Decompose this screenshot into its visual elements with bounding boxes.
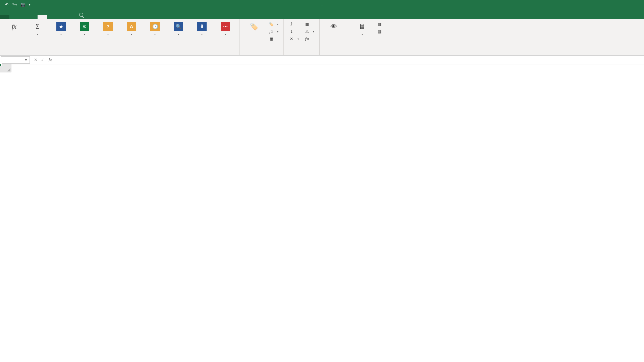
math-button[interactable]: θ [191,20,213,37]
tell-me-search[interactable] [75,11,89,19]
name-manager-button[interactable]: 🏷️ [243,20,265,34]
tab-file[interactable] [0,15,9,19]
more-functions-button[interactable]: ⋯ [214,20,237,37]
lookup-icon: 🔍 [173,21,184,32]
recent-button[interactable]: ★ [50,20,72,37]
tab-insert[interactable] [19,15,28,19]
financial-icon: € [79,21,90,32]
tab-layout[interactable] [28,15,38,19]
define-name-button[interactable]: 🏷️ [267,21,279,27]
show-formulas-button[interactable]: ▦ [303,21,315,27]
undo-icon[interactable]: ↶ [5,2,8,7]
logical-button[interactable]: ? [97,20,119,37]
select-all-corner[interactable] [0,64,11,72]
theta-icon: θ [197,21,207,32]
insert-function-button[interactable]: fx [3,20,25,34]
calc-sheet-icon: ▦ [377,29,382,34]
sigma-icon: Σ [32,21,43,32]
text-button[interactable]: A [120,20,143,37]
selection-icon: ▦ [268,36,274,42]
camera-icon[interactable]: 📷 [20,2,25,7]
watch-window-button[interactable]: 👁 [322,20,345,34]
formula-icon: ƒx [268,29,274,34]
fx-icon: fx [9,21,19,32]
chevron-down-icon[interactable]: ▼ [24,58,28,62]
create-from-selection-button[interactable]: ▦ [267,36,279,42]
tab-start[interactable] [9,15,19,19]
show-formulas-icon: ▦ [304,21,310,27]
group-calc-label [351,54,386,55]
error-icon: ⚠ [304,29,310,34]
calc-now-icon: ▦ [377,21,382,27]
clock-icon: 🕐 [150,21,160,32]
trace-dependents-button[interactable]: ⤵ [288,28,300,35]
lookup-button[interactable]: 🔍 [167,20,190,37]
datetime-button[interactable]: 🕐 [144,20,166,37]
tab-view[interactable] [66,15,75,19]
ribbon-tabs [0,9,644,19]
error-check-button[interactable]: ⚠ [303,28,315,35]
autosum-button[interactable]: Σ [26,20,49,37]
cancel-icon: ✕ [34,57,38,62]
title-bar: ↶ ↷▾ 📷 ▾ - [0,0,644,9]
remove-arrows-button[interactable]: ✕ [288,36,300,42]
calc-options-button[interactable]: 🖩 [351,20,374,37]
evaluate-formula-button[interactable]: ƒx [303,36,315,42]
calc-icon: 🖩 [357,21,368,32]
group-audit-label [286,54,317,55]
trace-prec-icon: ⤴ [289,21,294,27]
eval-icon: ƒx [304,36,310,42]
logical-icon: ? [103,21,113,32]
search-icon [79,13,83,17]
tab-data[interactable] [47,15,56,19]
define-icon: 🏷️ [268,21,274,27]
group-library-label [3,54,237,55]
fx-icon[interactable]: fx [49,57,55,63]
financial-button[interactable]: € [73,20,96,37]
calc-sheet-button[interactable]: ▦ [376,28,385,35]
tab-review[interactable] [56,15,66,19]
text-icon: A [126,21,137,32]
recent-icon: ★ [56,21,66,32]
use-in-formula-button: ƒx [267,28,279,35]
calc-now-button[interactable]: ▦ [376,21,385,27]
trace-dep-icon: ⤵ [289,29,294,34]
tag-icon: 🏷️ [249,21,259,32]
formula-input[interactable] [55,56,644,64]
qat-customize-icon[interactable]: ▾ [29,3,31,6]
name-box[interactable]: ▼ [1,56,30,64]
formula-bar: ▼ ✕ ✓ fx [0,56,644,64]
ribbon: fx Σ ★ € ? A 🕐 🔍 θ ⋯ 🏷️ 🏷️ ƒx ▦ ⤴ [0,19,644,56]
tab-formulas[interactable] [38,15,47,19]
group-names-label [243,54,281,55]
enter-icon: ✓ [41,57,45,62]
redo-icon[interactable]: ↷▾ [12,2,17,7]
watch-icon: 👁 [328,21,339,32]
trace-precedents-button[interactable]: ⤴ [288,21,300,27]
remove-arrows-icon: ✕ [289,36,294,42]
more-icon: ⋯ [220,21,231,32]
